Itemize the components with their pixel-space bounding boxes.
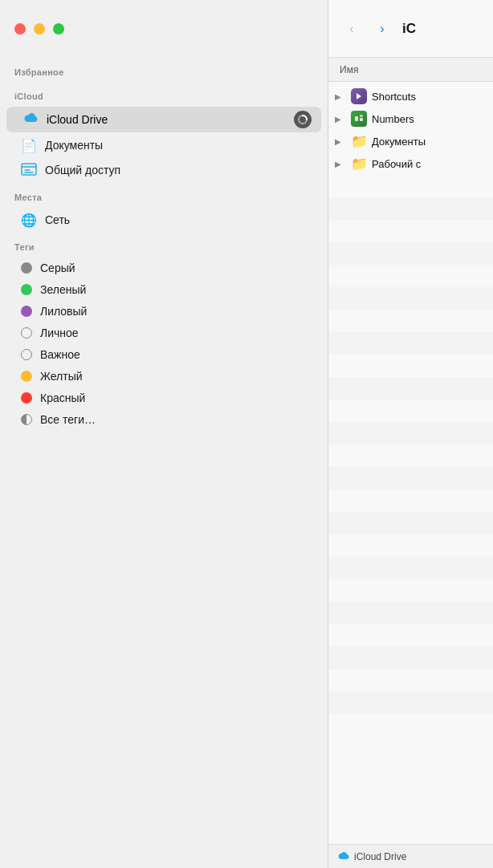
tag-red-label: Красный — [40, 391, 312, 404]
sidebar-item-tag-gray[interactable]: Серый — [6, 258, 321, 278]
tag-purple-label: Лиловый — [40, 305, 312, 318]
empty-row — [328, 242, 493, 265]
empty-row — [328, 692, 493, 714]
empty-row — [328, 647, 493, 669]
tag-yellow-label: Желтый — [40, 370, 312, 383]
shared-icon — [21, 162, 37, 178]
empty-row — [328, 377, 493, 400]
file-row[interactable]: ▶ Shortcuts — [328, 85, 493, 107]
empty-row — [328, 197, 493, 220]
shortcuts-file-name: Shortcuts — [372, 91, 487, 103]
sidebar: Избранное iCloud iCloud Drive 📄 Докуме — [0, 0, 328, 868]
icloud-spinner — [294, 111, 312, 128]
empty-row — [328, 310, 493, 332]
numbers-app-icon — [351, 111, 367, 127]
tag-green-label: Зеленый — [40, 283, 312, 296]
file-row[interactable]: ▶ 📁 Документы — [328, 130, 493, 152]
sidebar-item-tag-important[interactable]: Важное — [6, 344, 321, 365]
tag-important-label: Важное — [40, 348, 312, 361]
name-column-header[interactable]: Имя — [340, 64, 358, 75]
expand-arrow-desktop: ▶ — [335, 160, 346, 168]
sidebar-item-shared-label: Общий доступ — [45, 164, 312, 176]
desktop-folder-icon: 📁 — [351, 156, 367, 172]
tag-dot-green — [21, 284, 32, 295]
file-row[interactable]: ▶ Numbers — [328, 107, 493, 130]
expand-arrow-numbers: ▶ — [335, 115, 346, 124]
tag-dot-gray — [21, 262, 32, 274]
svg-rect-1 — [22, 164, 36, 175]
document-icon: 📄 — [21, 137, 37, 153]
places-section-label: Места — [0, 183, 328, 207]
sidebar-item-network-label: Сеть — [45, 213, 312, 226]
tag-dot-red — [21, 392, 32, 404]
minimize-button[interactable] — [34, 23, 45, 34]
network-icon: 🌐 — [21, 212, 37, 228]
tag-dot-important — [21, 349, 32, 360]
expand-arrow-shortcuts: ▶ — [335, 92, 346, 101]
empty-row — [328, 489, 493, 512]
column-header-bar: Имя — [328, 58, 493, 82]
sidebar-item-tag-purple[interactable]: Лиловый — [6, 301, 321, 322]
icloud-section-label: iCloud — [0, 82, 328, 106]
tag-dot-personal — [21, 327, 32, 339]
empty-row — [328, 220, 493, 242]
empty-row — [328, 287, 493, 310]
empty-row — [328, 602, 493, 624]
empty-row — [328, 355, 493, 377]
empty-row — [328, 400, 493, 422]
icloud-drive-icon — [21, 111, 39, 128]
sidebar-item-icloud-drive[interactable]: iCloud Drive — [6, 107, 321, 132]
empty-row — [328, 579, 493, 602]
svg-rect-4 — [360, 118, 363, 121]
desktop-folder-name: Рабочий с — [372, 158, 487, 170]
empty-row — [328, 467, 493, 489]
tag-dot-half — [21, 414, 32, 425]
sidebar-item-tag-red[interactable]: Красный — [6, 387, 321, 408]
close-button[interactable] — [14, 23, 26, 34]
tag-dot-yellow — [21, 371, 32, 382]
empty-row — [328, 444, 493, 467]
svg-marker-2 — [357, 93, 361, 99]
empty-row — [328, 332, 493, 355]
right-panel: ‹ › iC Имя ▶ Shortcuts ▶ — [328, 0, 493, 868]
sidebar-item-tag-personal[interactable]: Личное — [6, 322, 321, 343]
favorites-section-label: Избранное — [0, 58, 328, 82]
bottom-bar: iCloud Drive — [328, 844, 493, 868]
sidebar-item-tag-green[interactable]: Зеленый — [6, 279, 321, 300]
svg-rect-5 — [360, 115, 363, 117]
tags-section-label: Теги — [0, 233, 328, 257]
empty-row — [328, 557, 493, 579]
sidebar-item-documents[interactable]: 📄 Документы — [6, 133, 321, 157]
tag-dot-purple — [21, 306, 32, 317]
bottom-bar-icon — [336, 850, 349, 862]
file-list: ▶ Shortcuts ▶ — [328, 82, 493, 844]
right-panel-header: ‹ › iC — [328, 0, 493, 58]
empty-row — [328, 175, 493, 197]
numbers-file-name: Numbers — [372, 113, 487, 125]
icloud-drive-label: iCloud Drive — [47, 113, 286, 126]
bottom-bar-text: iCloud Drive — [354, 851, 406, 862]
sidebar-item-tag-yellow[interactable]: Желтый — [6, 366, 321, 387]
empty-row — [328, 534, 493, 557]
empty-row — [328, 669, 493, 692]
forward-button[interactable]: › — [372, 18, 393, 39]
sidebar-item-label: Документы — [45, 139, 312, 152]
sidebar-content: Избранное iCloud iCloud Drive 📄 Докуме — [0, 58, 328, 868]
tag-all-label: Все теги… — [40, 413, 312, 426]
title-bar — [0, 0, 328, 58]
file-row[interactable]: ▶ 📁 Рабочий с — [328, 152, 493, 175]
shortcuts-app-icon — [351, 88, 367, 104]
panel-title: iC — [402, 21, 480, 37]
svg-rect-3 — [355, 116, 358, 121]
back-button[interactable]: ‹ — [341, 18, 362, 39]
empty-row — [328, 624, 493, 647]
sidebar-item-shared[interactable]: Общий доступ — [6, 158, 321, 182]
empty-row — [328, 512, 493, 534]
documents-folder-name: Документы — [372, 136, 487, 148]
tag-gray-label: Серый — [40, 262, 312, 274]
sidebar-item-all-tags[interactable]: Все теги… — [6, 409, 321, 430]
maximize-button[interactable] — [53, 23, 64, 34]
empty-row — [328, 422, 493, 444]
sidebar-item-network[interactable]: 🌐 Сеть — [6, 208, 321, 232]
empty-row — [328, 265, 493, 287]
